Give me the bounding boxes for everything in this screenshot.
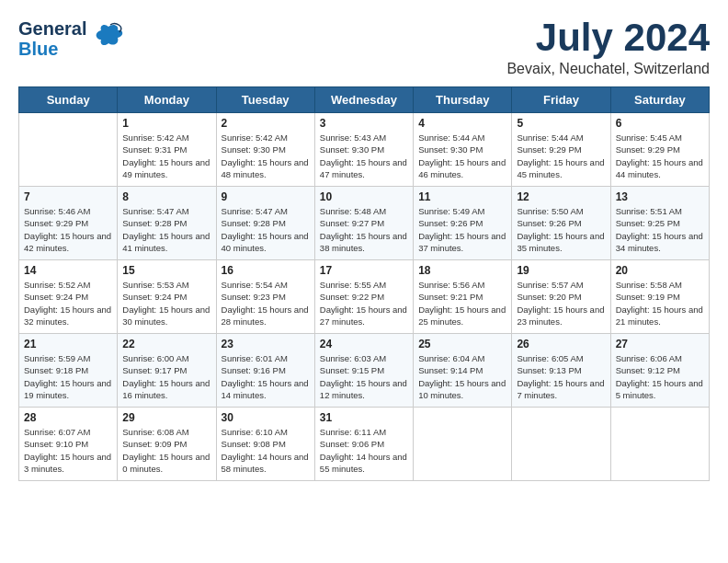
calendar-day-cell: 2Sunrise: 5:42 AMSunset: 9:30 PMDaylight… <box>216 113 314 187</box>
day-number: 19 <box>517 264 605 277</box>
day-number: 26 <box>517 338 605 350</box>
calendar-week-row: 1Sunrise: 5:42 AMSunset: 9:31 PMDaylight… <box>19 113 710 187</box>
day-info: Sunrise: 6:04 AMSunset: 9:14 PMDaylight:… <box>418 352 506 401</box>
calendar-day-cell: 17Sunrise: 5:55 AMSunset: 9:22 PMDayligh… <box>314 260 413 334</box>
calendar-week-row: 21Sunrise: 5:59 AMSunset: 9:18 PMDayligh… <box>19 334 710 408</box>
day-info: Sunrise: 5:56 AMSunset: 9:21 PMDaylight:… <box>418 279 506 327</box>
page-header: General Blue July 2024 Bevaix, Neuchatel… <box>18 18 710 77</box>
calendar-day-cell: 26Sunrise: 6:05 AMSunset: 9:13 PMDayligh… <box>512 334 610 408</box>
day-number: 20 <box>616 264 704 277</box>
day-number: 17 <box>320 264 408 277</box>
calendar-day-cell: 29Sunrise: 6:08 AMSunset: 9:09 PMDayligh… <box>118 408 216 481</box>
calendar-day-cell: 15Sunrise: 5:53 AMSunset: 9:24 PMDayligh… <box>118 260 216 334</box>
calendar-day-cell: 20Sunrise: 5:58 AMSunset: 9:19 PMDayligh… <box>610 260 709 334</box>
day-info: Sunrise: 5:43 AMSunset: 9:30 PMDaylight:… <box>320 132 408 180</box>
calendar-empty-cell <box>512 408 610 481</box>
day-number: 25 <box>418 338 506 350</box>
calendar-day-cell: 22Sunrise: 6:00 AMSunset: 9:17 PMDayligh… <box>118 334 216 408</box>
day-info: Sunrise: 5:44 AMSunset: 9:30 PMDaylight:… <box>418 132 506 180</box>
weekday-header-row: SundayMondayTuesdayWednesdayThursdayFrid… <box>19 87 710 113</box>
day-info: Sunrise: 5:49 AMSunset: 9:26 PMDaylight:… <box>418 205 506 254</box>
day-info: Sunrise: 5:52 AMSunset: 9:24 PMDaylight:… <box>24 279 112 327</box>
day-number: 22 <box>122 338 210 350</box>
weekday-header-thursday: Thursday <box>414 87 512 113</box>
day-info: Sunrise: 6:06 AMSunset: 9:12 PMDaylight:… <box>616 352 704 401</box>
day-number: 2 <box>222 117 310 130</box>
day-info: Sunrise: 5:54 AMSunset: 9:23 PMDaylight:… <box>222 279 310 327</box>
calendar-week-row: 28Sunrise: 6:07 AMSunset: 9:10 PMDayligh… <box>19 408 710 481</box>
day-info: Sunrise: 6:07 AMSunset: 9:10 PMDaylight:… <box>24 426 112 475</box>
day-info: Sunrise: 6:01 AMSunset: 9:16 PMDaylight:… <box>222 352 310 401</box>
calendar-empty-cell <box>610 408 709 481</box>
day-number: 11 <box>418 190 506 203</box>
day-number: 23 <box>222 338 310 350</box>
logo: General Blue <box>18 18 125 59</box>
day-info: Sunrise: 5:47 AMSunset: 9:28 PMDaylight:… <box>122 205 210 254</box>
day-number: 16 <box>222 264 310 277</box>
calendar-day-cell: 5Sunrise: 5:44 AMSunset: 9:29 PMDaylight… <box>512 113 610 187</box>
calendar-day-cell: 13Sunrise: 5:51 AMSunset: 9:25 PMDayligh… <box>610 187 709 260</box>
calendar-day-cell: 27Sunrise: 6:06 AMSunset: 9:12 PMDayligh… <box>610 334 709 408</box>
calendar-day-cell: 18Sunrise: 5:56 AMSunset: 9:21 PMDayligh… <box>414 260 512 334</box>
day-info: Sunrise: 5:48 AMSunset: 9:27 PMDaylight:… <box>320 205 408 254</box>
day-number: 1 <box>122 117 210 130</box>
day-info: Sunrise: 6:00 AMSunset: 9:17 PMDaylight:… <box>122 352 210 401</box>
logo-bird-icon <box>92 19 125 59</box>
day-number: 28 <box>24 411 112 424</box>
day-number: 3 <box>320 117 408 130</box>
day-info: Sunrise: 5:58 AMSunset: 9:19 PMDaylight:… <box>616 279 704 327</box>
calendar-day-cell: 9Sunrise: 5:47 AMSunset: 9:28 PMDaylight… <box>216 187 314 260</box>
day-number: 6 <box>616 117 704 130</box>
day-info: Sunrise: 6:03 AMSunset: 9:15 PMDaylight:… <box>320 352 408 401</box>
day-info: Sunrise: 6:08 AMSunset: 9:09 PMDaylight:… <box>122 426 210 475</box>
weekday-header-friday: Friday <box>512 87 610 113</box>
day-info: Sunrise: 5:59 AMSunset: 9:18 PMDaylight:… <box>24 352 112 401</box>
day-number: 9 <box>222 190 310 203</box>
calendar-day-cell: 21Sunrise: 5:59 AMSunset: 9:18 PMDayligh… <box>19 334 118 408</box>
day-number: 10 <box>320 190 408 203</box>
day-number: 21 <box>24 338 112 350</box>
location-subtitle: Bevaix, Neuchatel, Switzerland <box>506 61 710 77</box>
day-info: Sunrise: 5:44 AMSunset: 9:29 PMDaylight:… <box>517 132 605 180</box>
day-number: 24 <box>320 338 408 350</box>
weekday-header-tuesday: Tuesday <box>216 87 314 113</box>
day-number: 29 <box>122 411 210 424</box>
calendar-day-cell: 3Sunrise: 5:43 AMSunset: 9:30 PMDaylight… <box>314 113 413 187</box>
logo-general: General <box>18 18 86 39</box>
weekday-header-monday: Monday <box>118 87 216 113</box>
calendar-day-cell: 23Sunrise: 6:01 AMSunset: 9:16 PMDayligh… <box>216 334 314 408</box>
day-info: Sunrise: 5:46 AMSunset: 9:29 PMDaylight:… <box>24 205 112 254</box>
calendar-day-cell: 24Sunrise: 6:03 AMSunset: 9:15 PMDayligh… <box>314 334 413 408</box>
day-number: 8 <box>122 190 210 203</box>
day-number: 15 <box>122 264 210 277</box>
calendar-day-cell: 8Sunrise: 5:47 AMSunset: 9:28 PMDaylight… <box>118 187 216 260</box>
day-number: 12 <box>517 190 605 203</box>
weekday-header-saturday: Saturday <box>610 87 709 113</box>
day-info: Sunrise: 5:45 AMSunset: 9:29 PMDaylight:… <box>616 132 704 180</box>
title-section: July 2024 Bevaix, Neuchatel, Switzerland <box>506 18 710 77</box>
calendar-day-cell: 14Sunrise: 5:52 AMSunset: 9:24 PMDayligh… <box>19 260 118 334</box>
calendar-day-cell: 7Sunrise: 5:46 AMSunset: 9:29 PMDaylight… <box>19 187 118 260</box>
calendar-day-cell: 6Sunrise: 5:45 AMSunset: 9:29 PMDaylight… <box>610 113 709 187</box>
calendar-empty-cell <box>414 408 512 481</box>
weekday-header-sunday: Sunday <box>19 87 118 113</box>
day-info: Sunrise: 5:42 AMSunset: 9:31 PMDaylight:… <box>122 132 210 180</box>
day-info: Sunrise: 5:47 AMSunset: 9:28 PMDaylight:… <box>222 205 310 254</box>
day-number: 14 <box>24 264 112 277</box>
calendar-week-row: 7Sunrise: 5:46 AMSunset: 9:29 PMDaylight… <box>19 187 710 260</box>
day-number: 31 <box>320 411 408 424</box>
day-info: Sunrise: 5:51 AMSunset: 9:25 PMDaylight:… <box>616 205 704 254</box>
calendar-body: 1Sunrise: 5:42 AMSunset: 9:31 PMDaylight… <box>19 113 710 481</box>
day-number: 4 <box>418 117 506 130</box>
calendar-week-row: 14Sunrise: 5:52 AMSunset: 9:24 PMDayligh… <box>19 260 710 334</box>
day-info: Sunrise: 6:11 AMSunset: 9:06 PMDaylight:… <box>320 426 408 475</box>
calendar-day-cell: 10Sunrise: 5:48 AMSunset: 9:27 PMDayligh… <box>314 187 413 260</box>
calendar-day-cell: 12Sunrise: 5:50 AMSunset: 9:26 PMDayligh… <box>512 187 610 260</box>
calendar-day-cell: 30Sunrise: 6:10 AMSunset: 9:08 PMDayligh… <box>216 408 314 481</box>
calendar-day-cell: 4Sunrise: 5:44 AMSunset: 9:30 PMDaylight… <box>414 113 512 187</box>
calendar-day-cell: 1Sunrise: 5:42 AMSunset: 9:31 PMDaylight… <box>118 113 216 187</box>
day-info: Sunrise: 6:05 AMSunset: 9:13 PMDaylight:… <box>517 352 605 401</box>
weekday-header-wednesday: Wednesday <box>314 87 413 113</box>
calendar-day-cell: 19Sunrise: 5:57 AMSunset: 9:20 PMDayligh… <box>512 260 610 334</box>
calendar-empty-cell <box>19 113 118 187</box>
